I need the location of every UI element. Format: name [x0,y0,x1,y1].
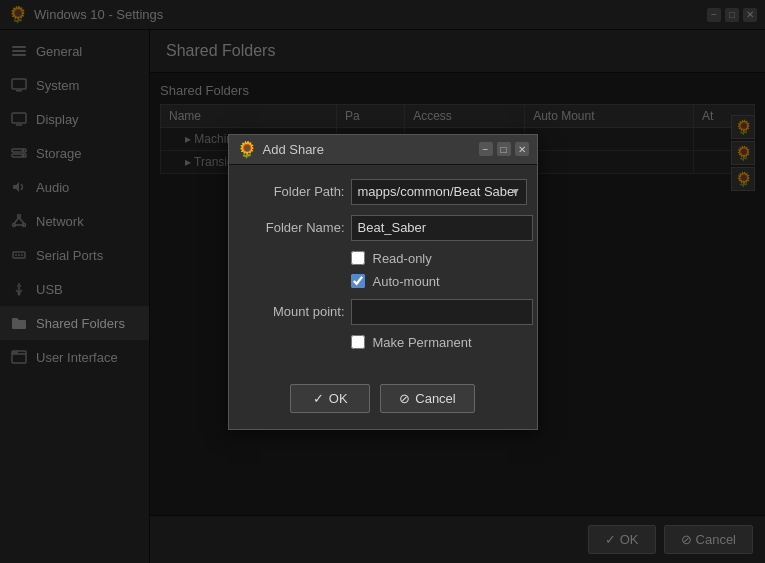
make-permanent-wrap: Make Permanent [245,335,521,350]
folder-name-label: Folder Name: [245,220,345,235]
checkboxes-wrap: Read-only Auto-mount [245,251,521,289]
folder-path-label: Folder Path: [245,184,345,199]
read-only-checkbox[interactable] [351,251,365,265]
modal-close-button[interactable]: ✕ [515,142,529,156]
modal-titlebar-left: 🌻 Add Share [237,140,324,159]
make-permanent-label[interactable]: Make Permanent [373,335,472,350]
modal-cancel-button[interactable]: ⊘ Cancel [380,384,474,413]
folder-name-input[interactable] [351,215,533,241]
modal-body: Folder Path: mapps/common/Beat Saber ▼ F… [229,165,537,374]
read-only-label[interactable]: Read-only [373,251,432,266]
make-permanent-row: Make Permanent [351,335,521,350]
auto-mount-row: Auto-mount [351,274,521,289]
folder-path-row: Folder Path: mapps/common/Beat Saber ▼ [245,179,521,205]
mount-point-label: Mount point: [245,304,345,319]
folder-path-select[interactable]: mapps/common/Beat Saber [351,179,527,205]
make-permanent-checkbox[interactable] [351,335,365,349]
modal-titlebar: 🌻 Add Share − □ ✕ [229,135,537,165]
auto-mount-checkbox[interactable] [351,274,365,288]
modal-ok-check-icon: ✓ [313,391,324,406]
auto-mount-label[interactable]: Auto-mount [373,274,440,289]
modal-ok-button[interactable]: ✓ OK [290,384,370,413]
modal-restore-button[interactable]: □ [497,142,511,156]
modal-controls: − □ ✕ [479,142,529,156]
modal-cancel-label: Cancel [415,391,455,406]
folder-name-row: Folder Name: [245,215,521,241]
modal-cancel-x-icon: ⊘ [399,391,410,406]
folder-path-select-wrap: mapps/common/Beat Saber ▼ [351,179,527,205]
mount-point-input[interactable] [351,299,533,325]
modal-overlay: 🌻 Add Share − □ ✕ Folder Path: mapps/com… [0,0,765,563]
modal-app-icon: 🌻 [237,140,257,159]
add-share-dialog: 🌻 Add Share − □ ✕ Folder Path: mapps/com… [228,134,538,430]
mount-point-row: Mount point: [245,299,521,325]
read-only-row: Read-only [351,251,521,266]
modal-ok-label: OK [329,391,348,406]
modal-minimize-button[interactable]: − [479,142,493,156]
modal-footer: ✓ OK ⊘ Cancel [229,374,537,429]
modal-title: Add Share [263,142,324,157]
